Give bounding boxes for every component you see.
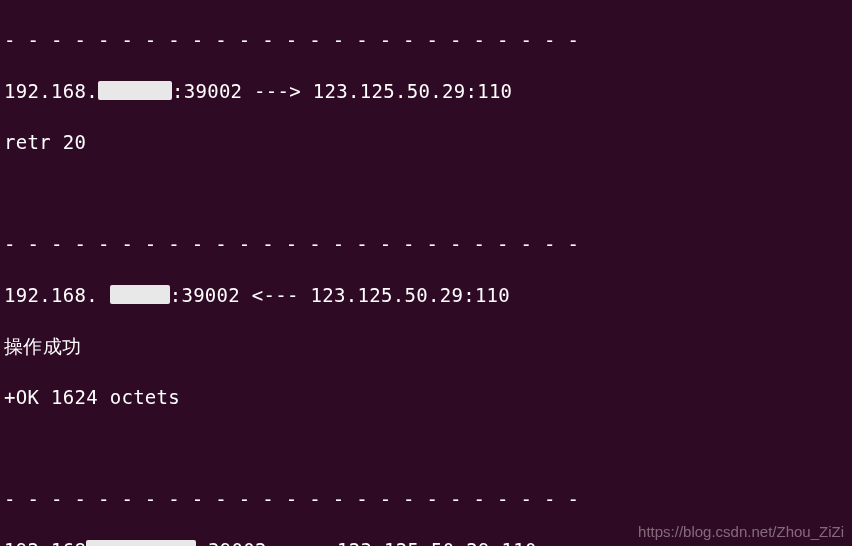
redacted-ip bbox=[86, 540, 196, 547]
separator-line: - - - - - - - - - - - - - - - - - - - - … bbox=[4, 28, 852, 54]
local-port: 39002 bbox=[196, 539, 266, 547]
flow-line-out: 192.168.:39002 ---> 123.125.50.29:110 bbox=[4, 79, 852, 105]
separator-line: - - - - - - - - - - - - - - - - - - - - … bbox=[4, 487, 852, 513]
blank-line bbox=[4, 181, 852, 207]
redacted-ip bbox=[98, 81, 172, 100]
blank-line bbox=[4, 436, 852, 462]
arrow-out: ---> bbox=[242, 80, 312, 102]
arrow-in: <--- bbox=[240, 284, 310, 306]
local-ip-prefix: 192.168. bbox=[4, 80, 98, 102]
terminal-output: - - - - - - - - - - - - - - - - - - - - … bbox=[0, 0, 852, 546]
ok-line: +OK 1624 octets bbox=[4, 385, 852, 411]
local-ip-prefix: 192.168 bbox=[4, 539, 86, 547]
separator-line: - - - - - - - - - - - - - - - - - - - - … bbox=[4, 232, 852, 258]
flow-line-in: 192.168. :39002 <--- 123.125.50.29:110 bbox=[4, 283, 852, 309]
local-ip-prefix: 192.168. bbox=[4, 284, 110, 306]
status-line: 操作成功 bbox=[4, 334, 852, 360]
cmd-line: retr 20 bbox=[4, 130, 852, 156]
arrow-in: <--- bbox=[267, 539, 337, 547]
flow-line-in: 192.168 39002 <--- 123.125.50.29:110 bbox=[4, 538, 852, 547]
redacted-ip bbox=[110, 285, 170, 304]
local-port: :39002 bbox=[170, 284, 240, 306]
remote-endpoint: 123.125.50.29:110 bbox=[311, 284, 511, 306]
remote-endpoint: 123.125.50.29:110 bbox=[313, 80, 513, 102]
remote-endpoint: 123.125.50.29:110 bbox=[337, 539, 537, 547]
local-port: :39002 bbox=[172, 80, 242, 102]
